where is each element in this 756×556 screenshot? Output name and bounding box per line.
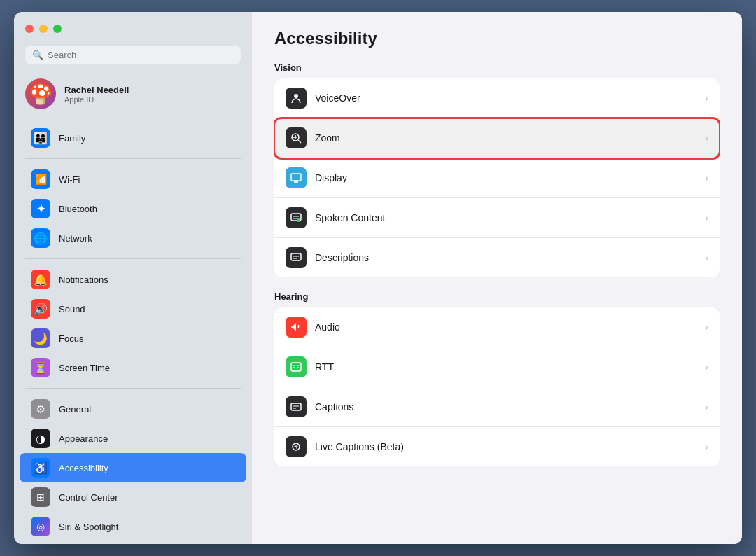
sidebar-item-network[interactable]: 🌐 Network <box>20 223 246 253</box>
chevron-icon: › <box>705 321 708 333</box>
section-header-vision: Vision <box>274 62 720 73</box>
captions-icon <box>286 396 307 417</box>
row-label: Display <box>315 172 705 183</box>
sidebar-item-focus[interactable]: 🌙 Focus <box>20 324 246 353</box>
sidebar-item-family[interactable]: 👨‍👩‍👧 Family <box>20 123 246 153</box>
svg-rect-15 <box>291 363 301 371</box>
page-title: Accessibility <box>274 29 720 48</box>
siri-icon: ◎ <box>31 517 50 536</box>
wifi-icon: 📶 <box>31 169 50 189</box>
appearance-icon: ◑ <box>31 429 50 448</box>
svg-line-2 <box>298 140 301 143</box>
user-profile[interactable]: 🍄 Rachel Needell Apple ID <box>14 73 252 115</box>
sidebar-item-label: Family <box>59 133 85 144</box>
user-info: Rachel Needell Apple ID <box>64 85 130 104</box>
network-icon: 🌐 <box>31 228 50 248</box>
notifications-icon: 🔔 <box>31 270 50 289</box>
settings-group-vision: VoiceOver › Zoom › <box>274 78 720 277</box>
row-label: Zoom <box>315 132 705 144</box>
sidebar-item-label: Wi-Fi <box>59 174 80 185</box>
minimize-button[interactable] <box>39 25 48 33</box>
rtt-icon <box>286 356 307 377</box>
row-label: Spoken Content <box>315 212 705 223</box>
settings-row-rtt[interactable]: RTT › <box>274 347 720 387</box>
chevron-icon: › <box>705 212 708 223</box>
search-bar[interactable]: 🔍 <box>25 46 241 64</box>
sidebar-divider-1 <box>25 158 241 159</box>
accessibility-icon: ♿ <box>31 458 50 478</box>
display-icon <box>286 167 307 188</box>
sidebar-item-wifi[interactable]: 📶 Wi-Fi <box>20 165 246 194</box>
sidebar-item-label: Control Center <box>59 492 118 503</box>
settings-row-spoken-content[interactable]: Spoken Content › <box>274 198 720 238</box>
family-icon: 👨‍👩‍👧 <box>31 128 50 148</box>
audio-icon <box>286 317 307 338</box>
chevron-icon: › <box>705 441 708 452</box>
sidebar-item-sound[interactable]: 🔊 Sound <box>20 294 246 324</box>
settings-row-audio[interactable]: Audio › <box>274 307 720 347</box>
settings-row-descriptions[interactable]: Descriptions › <box>274 238 720 277</box>
settings-row-voiceover[interactable]: VoiceOver › <box>274 78 720 118</box>
search-input[interactable] <box>48 50 234 60</box>
sidebar-item-label: Accessibility <box>59 463 108 473</box>
controlcenter-icon: ⊞ <box>31 487 50 507</box>
user-subtitle: Apple ID <box>64 95 130 104</box>
sidebar-section-main: 👨‍👩‍👧 Family 📶 Wi-Fi ✦ Bluetooth <box>14 120 252 544</box>
settings-row-captions[interactable]: Captions › <box>274 387 720 427</box>
svg-rect-20 <box>291 403 301 410</box>
settings-row-display[interactable]: Display › <box>274 158 720 198</box>
chevron-icon: › <box>705 361 708 373</box>
row-label: Live Captions (Beta) <box>315 441 705 452</box>
close-button[interactable] <box>25 25 34 33</box>
sidebar-item-controlcenter[interactable]: ⊞ Control Center <box>20 482 246 512</box>
live-captions-icon <box>286 436 307 457</box>
spoken-content-icon <box>286 207 307 228</box>
svg-rect-12 <box>291 253 301 260</box>
svg-point-24 <box>295 446 297 447</box>
chevron-icon: › <box>705 132 708 144</box>
sidebar-item-label: Siri & Spotlight <box>59 522 118 532</box>
sidebar-item-label: Focus <box>59 333 83 344</box>
system-preferences-window: 🔍 🍄 Rachel Needell Apple ID 👨‍👩‍👧 Family <box>14 12 742 544</box>
voiceover-icon <box>286 88 307 109</box>
sidebar-item-label: Sound <box>59 304 85 314</box>
sidebar-item-accessibility[interactable]: ♿ Accessibility <box>20 453 246 482</box>
search-icon: 🔍 <box>32 50 43 60</box>
focus-icon: 🌙 <box>31 328 50 348</box>
sidebar-item-bluetooth[interactable]: ✦ Bluetooth <box>20 194 246 223</box>
user-name: Rachel Needell <box>64 85 130 95</box>
sound-icon: 🔊 <box>31 299 50 319</box>
settings-row-zoom[interactable]: Zoom › <box>274 118 720 158</box>
zoom-icon <box>286 127 307 148</box>
sidebar-item-label: Notifications <box>59 274 108 285</box>
bluetooth-icon: ✦ <box>31 199 50 218</box>
avatar: 🍄 <box>25 78 56 109</box>
chevron-icon: › <box>705 172 708 183</box>
chevron-icon: › <box>705 401 708 412</box>
sidebar-item-general[interactable]: ⚙ General <box>20 394 246 424</box>
sidebar-item-siri[interactable]: ◎ Siri & Spotlight <box>20 512 246 541</box>
chevron-icon: › <box>705 92 708 104</box>
sidebar-item-screentime[interactable]: ⏳ Screen Time <box>20 353 246 382</box>
svg-rect-5 <box>291 174 301 181</box>
sidebar-item-label: Bluetooth <box>59 204 97 214</box>
section-header-hearing: Hearing <box>274 291 720 302</box>
settings-group-hearing: Audio › RTT › <box>274 307 720 466</box>
sidebar-item-appearance[interactable]: ◑ Appearance <box>20 424 246 453</box>
titlebar <box>14 12 252 46</box>
maximize-button[interactable] <box>53 25 62 33</box>
svg-point-0 <box>294 94 298 98</box>
sidebar-divider-2 <box>25 258 241 259</box>
sidebar-item-label: Network <box>59 233 92 244</box>
row-label: Captions <box>315 401 705 412</box>
settings-row-live-captions[interactable]: Live Captions (Beta) › <box>274 427 720 466</box>
svg-rect-11 <box>297 218 300 222</box>
sidebar-divider-3 <box>25 388 241 389</box>
row-label: VoiceOver <box>315 92 705 104</box>
sidebar-item-label: General <box>59 404 91 415</box>
screentime-icon: ⏳ <box>31 358 50 377</box>
sidebar-item-notifications[interactable]: 🔔 Notifications <box>20 265 246 294</box>
general-icon: ⚙ <box>31 399 50 419</box>
sidebar-item-label: Appearance <box>59 433 108 444</box>
row-label: RTT <box>315 361 705 373</box>
